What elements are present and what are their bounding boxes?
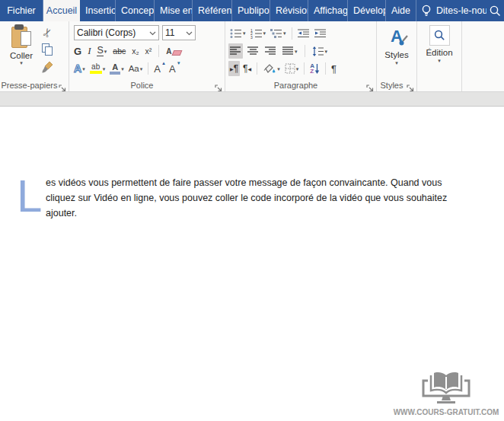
chevron-down-icon: ▾ — [277, 66, 280, 72]
chevron-down-icon: ▾ — [377, 60, 416, 66]
borders-button[interactable]: ▾ — [283, 61, 301, 76]
chevron-down-icon: ▾ — [121, 66, 124, 72]
ribbon-tab-bar: Fichier Accueil Insertion Conception Mis… — [0, 0, 504, 21]
search-icon — [429, 25, 450, 46]
document-background-strip — [0, 92, 504, 107]
chevron-down-icon: ▾ — [104, 49, 107, 54]
watermark: WWW.COURS-GRATUIT.COM — [392, 370, 500, 416]
ribbon: Coller ▾ ✂ Presse-papiers Calibri (Corps… — [0, 21, 504, 92]
chevron-down-icon — [149, 27, 156, 38]
bullets-button[interactable]: ▾ — [228, 26, 247, 41]
shading-button[interactable]: ▾ — [261, 61, 282, 76]
numbered-list-icon: 123 — [250, 28, 263, 39]
document-page[interactable]: Les vidéos vous permettent de faire pass… — [0, 107, 504, 421]
align-right-button[interactable] — [263, 43, 278, 59]
multilevel-list-button[interactable]: ▾ — [269, 26, 288, 41]
dialog-launcher-icon[interactable] — [59, 81, 66, 89]
chevron-down-icon: ▾ — [296, 66, 299, 72]
editing-button[interactable]: Édition ▾ — [417, 24, 461, 64]
copy-icon — [42, 43, 53, 56]
styles-button[interactable]: A Styles ▾ — [377, 24, 416, 66]
chevron-down-icon: ▾ — [283, 30, 286, 36]
tab-revision[interactable]: Révision — [270, 0, 308, 21]
decrease-indent-icon — [298, 29, 310, 38]
lightbulb-icon — [416, 0, 436, 21]
right-to-left-button[interactable]: ¶◀ — [241, 61, 253, 76]
numbering-button[interactable]: 123 ▾ — [249, 26, 268, 41]
chevron-down-icon: ▾ — [295, 49, 298, 54]
format-painter-icon — [41, 61, 54, 74]
group-font: Calibri (Corps) 11 G I S ▾ abc x₂ x² A — [69, 21, 225, 91]
decrease-indent-button[interactable] — [296, 26, 311, 41]
font-name-combobox[interactable]: Calibri (Corps) — [74, 25, 159, 40]
change-case-button[interactable]: Aa ▾ — [127, 61, 145, 76]
left-to-right-button[interactable]: ▶¶ — [228, 61, 240, 76]
word-window: Fichier Accueil Insertion Conception Mis… — [0, 0, 504, 421]
line-spacing-icon — [312, 46, 324, 56]
chevron-down-icon: ▾ — [325, 49, 328, 54]
clear-formatting-button[interactable]: A — [164, 43, 182, 59]
tab-publipostage[interactable]: Publipostage — [232, 0, 270, 21]
copy-button[interactable] — [37, 42, 57, 57]
borders-icon — [285, 63, 295, 74]
font-color-icon: A — [110, 63, 120, 75]
bold-button[interactable]: G — [72, 43, 83, 59]
tab-accueil[interactable]: Accueil — [43, 0, 80, 21]
strikethrough-button[interactable]: abc — [111, 43, 127, 59]
chevron-down-icon: ▾ — [263, 30, 266, 36]
group-paragraph: ▾ 123 ▾ ▾ — [225, 21, 377, 91]
dialog-launcher-icon[interactable] — [215, 81, 222, 89]
font-color-button[interactable]: A ▾ — [108, 61, 126, 76]
sort-button[interactable]: AZ — [308, 61, 321, 76]
tab-conception[interactable]: Conception — [116, 0, 155, 21]
align-center-button[interactable] — [246, 43, 260, 59]
watermark-text: WWW.COURS-GRATUIT.COM — [392, 408, 500, 416]
align-right-icon — [265, 46, 276, 56]
tab-fichier[interactable]: Fichier — [0, 0, 43, 21]
sort-arrow-icon — [314, 63, 320, 74]
font-size-combobox[interactable]: 11 — [162, 25, 196, 40]
dialog-launcher-icon[interactable] — [407, 81, 414, 89]
text-effects-button[interactable]: A ▾ — [72, 61, 87, 76]
cut-button[interactable]: ✂ — [37, 25, 57, 40]
format-painter-button[interactable] — [37, 59, 57, 75]
eraser-icon: A — [166, 47, 180, 56]
drop-cap: L — [17, 177, 41, 222]
multilevel-list-icon — [270, 28, 282, 39]
shrink-font-button[interactable]: A▼ — [167, 61, 181, 76]
align-left-button[interactable] — [228, 43, 243, 59]
chevron-down-icon: ▾ — [103, 66, 106, 72]
tab-aide[interactable]: Aide — [386, 0, 416, 21]
text-effects-icon: A — [74, 62, 81, 75]
tab-references[interactable]: Références — [193, 0, 232, 21]
tell-me-box[interactable]: Dites-le-nous — [436, 0, 486, 21]
increase-indent-icon — [314, 29, 327, 38]
styles-icon: A — [377, 24, 416, 50]
justify-button[interactable]: ▾ — [281, 43, 299, 59]
paint-bucket-icon — [263, 63, 276, 75]
tab-affichage[interactable]: Affichage — [308, 0, 348, 21]
dialog-launcher-icon[interactable] — [366, 81, 374, 89]
line-spacing-button[interactable]: ▾ — [311, 43, 330, 59]
highlight-color-button[interactable]: ab ▾ — [88, 61, 107, 76]
tab-developpeur[interactable]: Développeur — [348, 0, 386, 21]
tab-insertion[interactable]: Insertion — [80, 0, 116, 21]
group-styles: A Styles ▾ Styles — [377, 21, 417, 91]
underline-button[interactable]: S ▾ — [95, 43, 108, 59]
grow-font-button[interactable]: A▲ — [152, 61, 166, 76]
increase-indent-button[interactable] — [313, 26, 328, 41]
group-editing: Édition ▾ — [417, 21, 462, 91]
align-center-icon — [247, 46, 259, 56]
scissors-icon: ✂ — [39, 25, 56, 40]
chevron-down-icon: ▾ — [243, 30, 246, 36]
chevron-down-icon: ▾ — [417, 58, 461, 64]
subscript-button[interactable]: x₂ — [130, 43, 140, 59]
document-paragraph[interactable]: Les vidéos vous permettent de faire pass… — [17, 175, 469, 222]
superscript-button[interactable]: x² — [144, 43, 154, 59]
search-icon[interactable] — [489, 0, 504, 21]
italic-button[interactable]: I — [86, 43, 92, 59]
show-formatting-marks-button[interactable]: ¶ — [330, 61, 338, 76]
tab-mise-en-page[interactable]: Mise en page — [155, 0, 193, 21]
paste-button[interactable]: Coller ▾ — [6, 24, 37, 79]
svg-text:3: 3 — [250, 34, 253, 39]
